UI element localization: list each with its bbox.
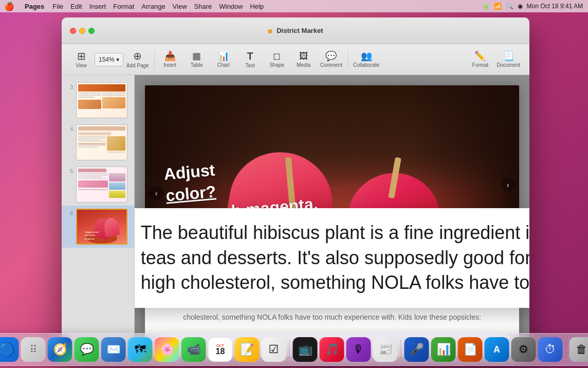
collaborate-label: Collaborate [353,62,379,68]
add-page-button[interactable]: ⊕ Add Page [123,47,152,72]
dock-appletv[interactable]: 📺 [293,337,318,362]
menu-format[interactable]: Format [113,3,134,10]
music-icon: 🎵 [325,343,339,356]
dock-photos[interactable]: 🌸 [155,337,179,362]
dock-system-preferences[interactable]: ⚙ [511,337,536,362]
insert-button[interactable]: 📥 Insert [157,47,183,72]
mail-icon: ✉️ [106,343,120,356]
prev-page-arrow[interactable]: ‹ [149,186,163,200]
search-icon[interactable]: 🔍 [506,3,513,10]
appletv-icon: 📺 [298,343,312,356]
dock-notes[interactable]: 📝 [235,337,260,362]
menu-help[interactable]: Help [250,3,264,10]
shape-icon: ◻ [273,51,281,61]
toolbar-divider-2 [347,50,348,69]
menu-items: File Edit Insert Format Arrange View Sha… [52,3,264,10]
apple-menu[interactable]: 🍎 [4,2,14,11]
toolbar-divider-1 [154,50,155,69]
close-button[interactable] [70,28,76,34]
numbers-icon: 📊 [436,343,450,356]
zoom-button[interactable]: 154% ▾ [95,53,123,66]
facetime-icon: 📹 [187,343,200,356]
dock-news[interactable]: 📰 [373,337,398,362]
photos-icon: 🌸 [160,343,174,356]
safari-icon: 🧭 [53,343,67,356]
screentime-icon: ⏱ [545,343,556,356]
thumbnail-6[interactable]: 6 Adjust color?too muchmagenta. [62,206,134,248]
dock-screentime[interactable]: ⏱ [538,337,563,362]
view-icon: ⊞ [77,51,86,61]
dock-pages[interactable]: 📄 [458,337,483,362]
app-name[interactable]: Pages [25,3,44,10]
thumb-3-number: 3 [66,84,73,90]
app-window: District Market ⊞ View 154% ▾ ⊕ Add Page… [62,17,529,357]
siri-icon[interactable]: ◉ [518,3,523,10]
document-icon: 📃 [503,51,514,61]
dock-keynote[interactable]: 🎤 [405,337,429,362]
menu-view[interactable]: View [173,3,187,10]
dock-mail[interactable]: ✉️ [101,337,126,362]
minimize-button[interactable] [79,28,85,34]
dock-launchpad[interactable]: ⠿ [21,337,46,362]
dock-safari[interactable]: 🧭 [48,337,72,362]
comment-button[interactable]: 💬 Comment [317,47,345,72]
reminders-icon: ☑ [269,343,279,356]
toolbar: ⊞ View 154% ▾ ⊕ Add Page 📥 Insert ▦ Tabl… [62,44,529,75]
wifi-icon: 📶 [494,3,502,10]
collaborate-icon: 👥 [361,51,372,61]
menu-insert[interactable]: Insert [89,3,106,10]
media-label: Media [297,62,310,68]
dock-appstore[interactable]: A [485,337,509,362]
dock-trash[interactable]: 🗑 [569,337,589,362]
main-area: 3 [62,75,529,357]
menu-window[interactable]: Window [219,3,243,10]
dock-divider [289,340,290,359]
comment-label: Comment [320,62,342,68]
tooltip-text: The beautiful hibiscus plant is a fine i… [141,222,529,293]
next-page-arrow[interactable]: › [501,178,515,192]
thumbnail-3[interactable]: 3 [62,79,134,121]
chart-button[interactable]: 📊 Chart [210,47,237,72]
dock-facetime[interactable]: 📹 [181,337,206,362]
dock-numbers[interactable]: 📊 [431,337,456,362]
canvas-area[interactable]: ● ●● Adjust color? too much magenta. ‹ ›… [135,75,529,357]
dock-finder[interactable]: 🔵 [0,337,19,362]
handwriting-color-word: color? [165,182,217,205]
maps-icon: 🗺 [135,343,146,356]
datetime: Mon Oct 18 9:41 AM [527,3,583,10]
text-button[interactable]: T Text [237,47,264,72]
view-label: View [76,63,87,68]
dock-music[interactable]: 🎵 [320,337,344,362]
menu-arrange[interactable]: Arrange [141,3,165,10]
launchpad-icon: ⠿ [29,343,37,356]
dock-calendar[interactable]: OCT 18 [208,337,233,362]
zoom-value: 154% [99,56,115,63]
add-page-icon: ⊕ [133,51,142,61]
insert-icon: 📥 [164,51,176,61]
calendar-day: 18 [216,347,225,356]
thumb-6-number: 6 [66,211,73,216]
collaborate-button[interactable]: 👥 Collaborate [350,47,382,72]
format-button[interactable]: ✏️ Format [467,47,493,72]
dock-reminders[interactable]: ☑ [262,337,286,362]
menu-share[interactable]: Share [194,3,212,10]
thumbnail-5[interactable]: 5 [62,163,134,206]
dock-maps[interactable]: 🗺 [128,337,153,362]
menu-edit[interactable]: Edit [70,3,82,10]
menu-file[interactable]: File [52,3,63,10]
document-button[interactable]: 📃 Document [493,47,523,72]
text-tooltip: The beautiful hibiscus plant is a fine i… [135,208,529,308]
media-button[interactable]: 🖼 Media [290,47,317,72]
thumbnail-sidebar: 3 [62,75,135,357]
dock-messages[interactable]: 💬 [75,337,99,362]
thumb-4-image [76,124,127,160]
appstore-icon: A [493,344,500,355]
dock-divider-2 [401,340,401,359]
add-page-label: Add Page [126,63,149,68]
table-button[interactable]: ▦ Table [183,47,210,72]
shape-button[interactable]: ◻ Shape [264,47,290,72]
maximize-button[interactable] [88,28,95,34]
view-button[interactable]: ⊞ View [68,47,95,72]
thumbnail-4[interactable]: 4 [62,121,134,163]
dock-podcasts[interactable]: 🎙 [346,337,371,362]
